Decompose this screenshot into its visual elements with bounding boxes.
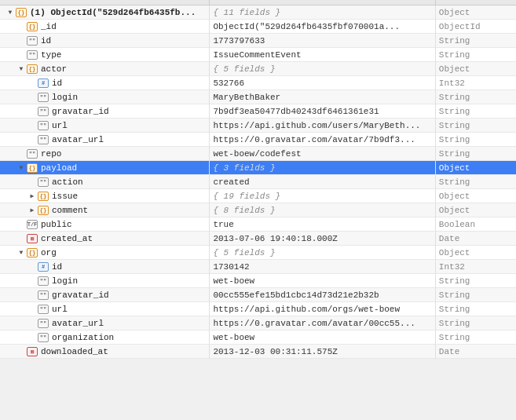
type-cell: String bbox=[435, 34, 516, 48]
str-type-icon: "" bbox=[27, 149, 38, 159]
table-row[interactable]: ""organizationwet-boewString bbox=[0, 331, 516, 345]
key-label: org bbox=[41, 248, 57, 257]
table-row[interactable]: ▼{}payload{ 3 fields }Object bbox=[0, 161, 516, 175]
key-cell: ""login bbox=[0, 90, 210, 104]
type-cell: String bbox=[435, 288, 516, 302]
str-type-icon: "" bbox=[38, 135, 49, 144]
table-row[interactable]: ""typeIssueCommentEventString bbox=[0, 48, 516, 62]
key-cell: ""url bbox=[0, 119, 210, 133]
expand-toggle[interactable]: ▶ bbox=[28, 206, 36, 214]
table-row[interactable]: ""avatar_urlhttps://0.gravatar.com/avata… bbox=[0, 316, 516, 331]
key-label: created_at bbox=[41, 234, 93, 243]
expand-toggle[interactable]: ▼ bbox=[6, 9, 14, 16]
key-label: comment bbox=[52, 206, 88, 215]
key-label: downloaded_at bbox=[41, 347, 108, 356]
key-cell: ""action bbox=[0, 175, 210, 189]
expand-toggle[interactable]: ▼ bbox=[17, 249, 25, 257]
value-cell: 00cc555efe15bd1cbc14d73d21e2b32b bbox=[210, 288, 435, 302]
key-cell: ▦created_at bbox=[0, 232, 210, 246]
table-row[interactable]: ▶{}comment{ 8 fields }Object bbox=[0, 203, 516, 217]
type-cell: String bbox=[435, 104, 516, 119]
key-label: login bbox=[52, 93, 78, 102]
value-cell: 7b9df3ea50477db40243df6461361e31 bbox=[210, 104, 435, 119]
key-label: id bbox=[41, 36, 51, 46]
table-row[interactable]: {}_idObjectId("529d264fb6435fbf070001a..… bbox=[0, 20, 516, 34]
table-row[interactable]: ▶{}issue{ 19 fields }Object bbox=[0, 189, 516, 203]
table-row[interactable]: ""gravatar_id00cc555efe15bd1cbc14d73d21e… bbox=[0, 288, 516, 302]
key-label: url bbox=[52, 305, 68, 314]
table-row[interactable]: ""loginwet-boewString bbox=[0, 274, 516, 288]
key-label: payload bbox=[41, 163, 77, 173]
value-cell: IssueCommentEvent bbox=[210, 48, 435, 62]
key-cell: T/Fpublic bbox=[0, 217, 210, 232]
table-row[interactable]: ""urlhttps://api.github.com/orgs/wet-boe… bbox=[0, 302, 516, 316]
obj-type-icon: {} bbox=[27, 64, 38, 74]
type-cell: Object bbox=[435, 203, 516, 217]
table-row[interactable]: ""loginMaryBethBakerString bbox=[0, 90, 516, 104]
key-label: issue bbox=[52, 192, 78, 201]
value-cell: true bbox=[210, 217, 435, 232]
expand-toggle[interactable]: ▼ bbox=[17, 164, 25, 172]
col-key-header bbox=[0, 0, 210, 5]
table-row[interactable]: ""repowet-boew/codefestString bbox=[0, 147, 516, 161]
key-cell: ""id bbox=[0, 34, 210, 48]
table-row[interactable]: ▦downloaded_at2013-12-03 00:31:11.575ZDa… bbox=[0, 345, 516, 359]
table-row[interactable]: ""urlhttps://api.github.com/users/MaryBe… bbox=[0, 119, 516, 133]
value-cell: 1730142 bbox=[210, 260, 435, 274]
table-row[interactable]: ▦created_at2013-07-06 19:40:18.000ZDate bbox=[0, 232, 516, 246]
table-row[interactable]: #id1730142Int32 bbox=[0, 260, 516, 274]
key-label: gravatar_id bbox=[52, 107, 109, 116]
int-type-icon: # bbox=[38, 79, 49, 88]
key-cell: {}_id bbox=[0, 20, 210, 34]
key-cell: ""gravatar_id bbox=[0, 288, 210, 302]
value-cell: { 8 fields } bbox=[210, 203, 435, 217]
type-cell: Int32 bbox=[435, 76, 516, 90]
value-cell: { 3 fields } bbox=[210, 161, 435, 175]
int-type-icon: # bbox=[38, 262, 49, 272]
str-type-icon: "" bbox=[38, 305, 49, 314]
table-row[interactable]: ▼{}org{ 5 fields }Object bbox=[0, 246, 516, 260]
value-cell: https://0.gravatar.com/avatar/00cc55... bbox=[210, 316, 435, 331]
key-label: avatar_url bbox=[52, 135, 104, 144]
table-row[interactable]: ""id1773797633String bbox=[0, 34, 516, 48]
key-label: public bbox=[41, 220, 72, 229]
key-cell: ""organization bbox=[0, 331, 210, 345]
key-cell: ▼{}actor bbox=[0, 62, 210, 76]
table-row[interactable]: ▼{}(1) ObjectId("529d264fb6435fb...{ 11 … bbox=[0, 5, 516, 20]
key-cell: ""url bbox=[0, 302, 210, 316]
value-cell: wet-boew/codefest bbox=[210, 147, 435, 161]
value-cell: { 5 fields } bbox=[210, 62, 435, 76]
type-cell: String bbox=[435, 175, 516, 189]
bool-type-icon: T/F bbox=[27, 220, 38, 229]
type-cell: String bbox=[435, 119, 516, 133]
str-type-icon: "" bbox=[38, 121, 49, 130]
expand-toggle[interactable]: ▶ bbox=[28, 192, 36, 200]
expand-toggle[interactable]: ▼ bbox=[17, 65, 25, 73]
value-cell: wet-boew bbox=[210, 331, 435, 345]
value-cell: wet-boew bbox=[210, 274, 435, 288]
table-row[interactable]: ""avatar_urlhttps://0.gravatar.com/avata… bbox=[0, 133, 516, 147]
table-row[interactable]: T/FpublictrueBoolean bbox=[0, 217, 516, 232]
value-cell: 1773797633 bbox=[210, 34, 435, 48]
obj-type-icon: {} bbox=[38, 206, 49, 215]
table-row[interactable]: #id532766Int32 bbox=[0, 76, 516, 90]
key-cell: ▼{}(1) ObjectId("529d264fb6435fb... bbox=[0, 5, 210, 20]
table-row[interactable]: ▼{}actor{ 5 fields }Object bbox=[0, 62, 516, 76]
key-cell: #id bbox=[0, 76, 210, 90]
value-cell: ObjectId("529d264fb6435fbf070001a... bbox=[210, 20, 435, 34]
value-cell: https://api.github.com/orgs/wet-boew bbox=[210, 302, 435, 316]
key-cell: ""type bbox=[0, 48, 210, 62]
type-cell: String bbox=[435, 302, 516, 316]
table-row[interactable]: ""actioncreatedString bbox=[0, 175, 516, 189]
key-label: url bbox=[52, 121, 68, 130]
value-cell: { 5 fields } bbox=[210, 246, 435, 260]
col-value-header bbox=[210, 0, 435, 5]
table-row[interactable]: ""gravatar_id7b9df3ea50477db40243df64613… bbox=[0, 104, 516, 119]
value-cell: 2013-12-03 00:31:11.575Z bbox=[210, 345, 435, 359]
value-cell: 2013-07-06 19:40:18.000Z bbox=[210, 232, 435, 246]
key-cell: ""avatar_url bbox=[0, 133, 210, 147]
type-cell: String bbox=[435, 48, 516, 62]
key-label: action bbox=[52, 177, 83, 187]
type-cell: String bbox=[435, 274, 516, 288]
tree-body: ▼{}(1) ObjectId("529d264fb6435fb...{ 11 … bbox=[0, 5, 516, 359]
